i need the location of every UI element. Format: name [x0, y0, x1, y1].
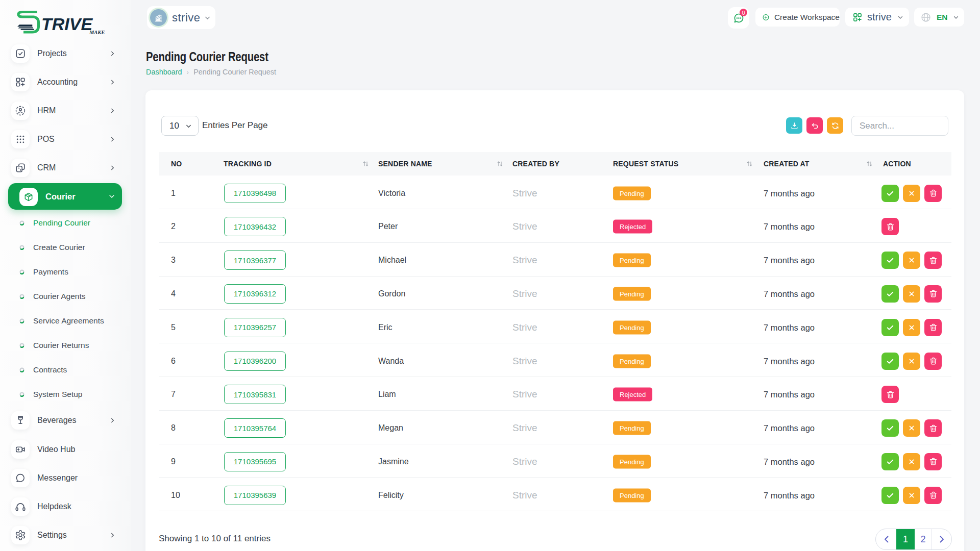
svg-text:TRIVE: TRIVE	[41, 14, 93, 34]
svg-text:MAKE: MAKE	[89, 30, 105, 35]
